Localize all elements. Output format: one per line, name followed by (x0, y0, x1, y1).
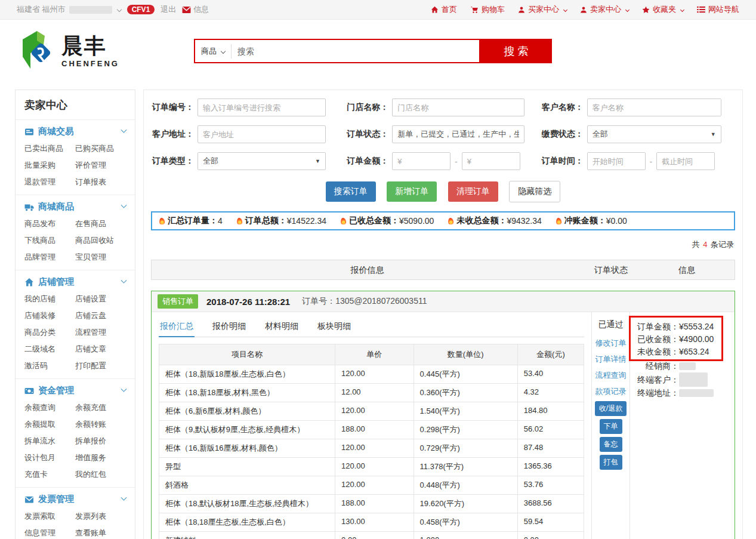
sidebar-link[interactable]: 拆单流水 (24, 436, 75, 446)
order-no-input[interactable] (198, 98, 326, 116)
search-category-select[interactable]: 商品 (201, 44, 232, 58)
cell-item-name: 柜体（18,新18厘板,材料,黑色） (159, 384, 335, 402)
sidebar-link[interactable]: 评价管理 (75, 160, 126, 171)
summary-item: 订单总额： ¥14522.34 (237, 215, 326, 226)
sidebar-section-mall-trade[interactable]: 商城交易 (24, 126, 126, 137)
page-header: 晨丰 CHENFENG 商品 搜 索 (0, 20, 756, 90)
store-name-input[interactable] (392, 98, 524, 116)
th-item-name: 项目名称 (159, 344, 335, 365)
search-button[interactable]: 搜 索 (480, 39, 552, 63)
sidebar-link[interactable]: 订单报表 (75, 177, 126, 187)
sidebar-link[interactable]: 我的红包 (75, 469, 126, 480)
topnav-favorites[interactable]: 收藏夹 (642, 4, 684, 15)
pay-status-label: 缴费状态： (541, 129, 587, 140)
order-action-button[interactable]: 收/退款 (595, 401, 627, 416)
summary-value: 4 (218, 216, 223, 226)
sidebar-link[interactable]: 退款管理 (24, 177, 75, 187)
search-input[interactable] (232, 47, 473, 56)
cell-item-name: 柜体（9,默认板材9厘,生态板,经典檀木） (159, 421, 335, 439)
amount-max-input[interactable] (462, 152, 520, 170)
sidebar-section-shop-manage[interactable]: 店铺管理 (24, 276, 126, 288)
cell-unit-price: 120.00 (335, 439, 414, 457)
sidebar-link[interactable]: 已卖出商品 (24, 143, 75, 154)
sidebar-link[interactable]: 查看账单 (75, 528, 126, 538)
sidebar-link[interactable]: 我的店铺 (24, 294, 75, 304)
sidebar-link[interactable]: 商品发布 (24, 218, 75, 229)
sidebar-link[interactable]: 拆单报价 (75, 436, 126, 446)
sidebar-link[interactable]: 流程管理 (75, 327, 126, 338)
tab-quote-summary[interactable]: 报价汇总 (159, 317, 195, 337)
sidebar-link[interactable]: 宝贝管理 (75, 252, 126, 263)
table-row: 柜体（9,默认板材9厘,生态板,经典檀木） 188.00 0.298(平方) 5… (159, 421, 584, 439)
sidebar-link[interactable]: 已购买商品 (75, 143, 126, 154)
sidebar-section-funds-manage[interactable]: 资金管理 (24, 385, 126, 396)
topnav-buyer-center[interactable]: 买家中心 (518, 4, 567, 15)
tab-material-detail[interactable]: 材料明细 (264, 317, 300, 337)
sidebar-link[interactable]: 打印配置 (75, 361, 126, 371)
sidebar-link[interactable]: 充值卡 (24, 469, 75, 480)
sidebar-link[interactable]: 余额转账 (75, 419, 126, 430)
sidebar-link[interactable]: 发票索取 (24, 511, 75, 522)
summary-value: ¥14522.34 (287, 216, 326, 226)
customer-addr-input[interactable] (198, 125, 326, 143)
sidebar-link[interactable]: 余额查询 (24, 402, 75, 413)
topnav-home[interactable]: 首页 (431, 4, 457, 15)
order-action-link[interactable]: 流程查询 (592, 367, 630, 383)
search-orders-button[interactable]: 搜索订单 (326, 181, 376, 202)
sidebar-title: 卖家中心 (16, 90, 135, 120)
clean-orders-button[interactable]: 清理订单 (448, 181, 498, 202)
topnav-cart[interactable]: 购物车 (470, 4, 505, 15)
sidebar-link[interactable]: 批量采购 (24, 160, 75, 171)
sidebar-link[interactable]: 下线商品 (24, 235, 75, 246)
sidebar-link[interactable]: 店铺装修 (24, 310, 75, 321)
sidebar-link[interactable]: 店铺文章 (75, 344, 126, 355)
sidebar-link[interactable]: 设计包月 (24, 452, 75, 463)
order-action-link[interactable]: 款项记录 (592, 383, 630, 399)
sidebar-link[interactable]: 品牌管理 (24, 252, 75, 263)
flame-icon (340, 217, 346, 224)
table-row: 柜体（18,18厘生态板,生态板,白色） 130.00 0.458(平方) 59… (159, 513, 584, 532)
sidebar-link[interactable]: 商品回收站 (75, 235, 126, 246)
order-type-select[interactable]: 全部 (198, 152, 326, 170)
pay-status-select[interactable]: 全部 (587, 125, 721, 143)
customer-name-input[interactable] (587, 98, 721, 116)
list-icon (697, 6, 705, 13)
home-icon (431, 6, 439, 14)
time-end-input[interactable] (656, 152, 715, 170)
chevron-down-icon (680, 7, 684, 11)
tab-quote-detail[interactable]: 报价明细 (211, 317, 247, 337)
table-row: 柜体（18,新版18厘板,生态板,白色） 120.00 0.445(平方) 53… (159, 365, 584, 384)
sidebar-link[interactable]: 激活码 (24, 361, 75, 371)
order-action-link[interactable]: 订单详情 (592, 351, 630, 367)
brand-name-en: CHENFENG (61, 59, 119, 68)
table-row: 柜体（16,新版16厘板,材料,颜色） 120.00 0.729(平方) 87.… (159, 439, 584, 458)
hide-filter-button[interactable]: 隐藏筛选 (509, 181, 560, 202)
logout-link[interactable]: 退出 (161, 4, 176, 15)
sidebar-link[interactable]: 增值服务 (75, 452, 126, 463)
topnav-site-navigation[interactable]: 网站导航 (697, 4, 739, 15)
order-action-button[interactable]: 打包 (600, 455, 622, 470)
order-action-link[interactable]: 修改订单 (592, 335, 630, 351)
sidebar-link[interactable]: 在售商品 (75, 218, 126, 229)
order-action-button[interactable]: 下单 (600, 419, 622, 434)
sidebar-link[interactable]: 余额提取 (24, 419, 75, 430)
sidebar-link[interactable]: 余额充值 (75, 402, 126, 413)
sidebar-link[interactable]: 二级域名 (24, 344, 75, 355)
topnav-seller-center[interactable]: 卖家中心 (580, 4, 629, 15)
time-start-input[interactable] (587, 152, 646, 170)
order-action-button[interactable]: 备忘 (600, 437, 622, 452)
location-selector[interactable]: 福建省 福州市 (17, 4, 121, 15)
amount-min-input[interactable] (392, 152, 450, 170)
message-link[interactable]: 信息 (182, 4, 209, 15)
sidebar-link[interactable]: 店铺云盘 (75, 310, 126, 321)
cell-item-name: 新建辅料 (159, 532, 335, 539)
sidebar-section-invoice-manage[interactable]: 发票管理 (24, 494, 126, 505)
add-order-button[interactable]: 新增订单 (387, 181, 437, 202)
sidebar-link[interactable]: 发票列表 (75, 511, 126, 522)
sidebar-link[interactable]: 店铺设置 (75, 294, 126, 304)
order-status-input[interactable] (392, 125, 524, 143)
sidebar-link[interactable]: 商品分类 (24, 327, 75, 338)
sidebar-section-mall-goods[interactable]: 商城商品 (24, 201, 126, 212)
tab-panel-detail[interactable]: 板块明细 (316, 317, 352, 337)
sidebar-link[interactable]: 信息管理 (24, 528, 75, 538)
